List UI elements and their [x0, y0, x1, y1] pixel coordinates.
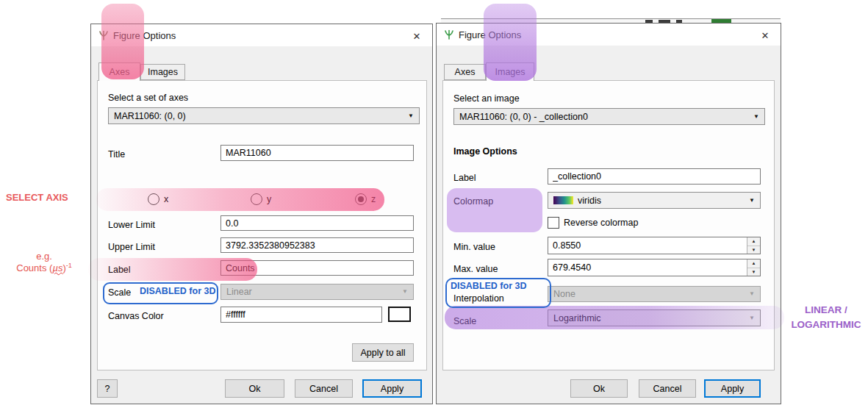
canvas-color-swatch[interactable] — [388, 307, 411, 322]
annotation-example-unit: µs — [52, 262, 62, 273]
chevron-down-icon: ▼ — [402, 288, 408, 295]
radio-y-label: y — [267, 194, 271, 204]
interpolation-value: None — [553, 289, 575, 299]
tab-axes[interactable]: Axes — [444, 64, 486, 80]
label-field-label: Label — [453, 173, 476, 183]
tab-label: Axes — [455, 67, 476, 77]
colormap-label: Colormap — [453, 196, 493, 207]
interpolation-label: Interpolation — [453, 293, 504, 304]
upper-limit-label: Upper Limit — [108, 242, 155, 252]
tab-images[interactable]: Images — [140, 64, 185, 80]
apply-button[interactable]: Apply — [704, 379, 761, 398]
scale-value: Linear — [226, 287, 252, 297]
apply-to-all-label: Apply to all — [360, 348, 405, 358]
colormap-dropdown[interactable]: viridis ▼ — [548, 192, 761, 209]
title-bar[interactable]: Figure Options ✕ — [91, 24, 432, 46]
viridis-colormap-swatch — [553, 196, 573, 204]
annotation-linear-line1: LINEAR / — [805, 304, 847, 315]
help-button[interactable]: ? — [97, 379, 118, 398]
annotation-example-close: ) — [62, 262, 65, 273]
select-axes-label: Select a set of axes — [108, 93, 188, 103]
chevron-down-icon: ▼ — [749, 197, 755, 204]
max-value-label: Max. value — [453, 264, 498, 274]
image-scale-label: Scale — [453, 316, 476, 326]
apply-button[interactable]: Apply — [362, 379, 422, 398]
ok-label: Ok — [249, 384, 261, 394]
matplotlib-icon — [443, 29, 455, 40]
apply-label: Apply — [381, 384, 403, 394]
radio-x-label: x — [164, 194, 168, 204]
canvas-color-label: Canvas Color — [108, 311, 164, 321]
canvas-color-input[interactable] — [220, 307, 382, 323]
title-field-label: Title — [108, 149, 125, 160]
close-icon[interactable]: ✕ — [409, 29, 424, 43]
reverse-colormap-label: Reverse colormap — [564, 218, 638, 228]
interpolation-dropdown: None ▼ — [548, 286, 761, 302]
lower-limit-label: Lower Limit — [108, 220, 155, 230]
close-icon[interactable]: ✕ — [758, 28, 772, 43]
scale-dropdown: Linear ▼ — [220, 284, 414, 300]
image-scale-dropdown[interactable]: Logarithmic ▼ — [548, 309, 761, 326]
chevron-down-icon: ▼ — [753, 113, 759, 120]
tab-label: Images — [495, 67, 526, 77]
image-select-value: MAR11060: (0, 0) - _collection0 — [459, 112, 588, 122]
min-value-spinner[interactable]: ▲ ▼ — [548, 237, 761, 254]
chevron-down-icon: ▼ — [408, 112, 414, 119]
tab-label: Axes — [110, 67, 130, 77]
axes-select-dropdown[interactable]: MAR11060: (0, 0) ▼ — [108, 107, 420, 124]
annotation-select-axis: SELECT AXIS — [6, 192, 68, 203]
image-select-dropdown[interactable]: MAR11060: (0, 0) - _collection0 ▼ — [453, 108, 765, 125]
figure-options-dialog-images: Figure Options ✕ Axes Images Select an i… — [436, 23, 781, 404]
cancel-button[interactable]: Cancel — [295, 379, 353, 398]
axis-label-label: Label — [108, 265, 131, 275]
reverse-colormap-checkbox[interactable] — [548, 217, 559, 229]
min-value-label: Min. value — [453, 242, 495, 252]
annotation-example-sup: -1 — [66, 262, 72, 269]
upper-limit-input[interactable] — [220, 237, 414, 253]
axis-label-input[interactable] — [220, 260, 414, 276]
max-value-spinner[interactable]: ▲ ▼ — [548, 259, 761, 276]
colormap-value: viridis — [578, 196, 601, 206]
ok-label: Ok — [593, 384, 605, 394]
radio-z-label: z — [371, 194, 376, 204]
chevron-down-icon: ▼ — [749, 315, 755, 321]
spin-down-icon[interactable]: ▼ — [747, 268, 760, 276]
chevron-down-icon: ▼ — [749, 290, 755, 297]
ok-button[interactable]: Ok — [225, 379, 284, 398]
annotation-example-prefix: Counts ( — [16, 262, 52, 273]
select-image-label: Select an image — [453, 93, 520, 104]
title-input[interactable] — [220, 145, 414, 161]
cancel-button[interactable]: Cancel — [639, 379, 696, 398]
spin-up-icon[interactable]: ▲ — [747, 237, 760, 246]
spin-up-icon[interactable]: ▲ — [747, 259, 760, 268]
lower-limit-input[interactable] — [220, 215, 414, 231]
annotation-linear-logarithmic: LINEAR / LOGARITHMIC — [785, 303, 867, 332]
spin-down-icon[interactable]: ▼ — [747, 246, 760, 254]
apply-label: Apply — [721, 384, 744, 394]
ok-button[interactable]: Ok — [570, 379, 628, 398]
cancel-label: Cancel — [309, 384, 338, 394]
help-label: ? — [105, 384, 110, 394]
max-value-input[interactable] — [548, 259, 747, 276]
annotation-linear-line2: LOGARITHMIC — [791, 319, 861, 330]
tab-axes[interactable]: Axes — [98, 62, 140, 81]
label-input[interactable] — [548, 168, 761, 185]
radio-z[interactable] — [355, 193, 367, 205]
figure-options-dialog-axes: Figure Options ✕ Axes Images Select a se… — [90, 24, 433, 404]
axes-select-value: MAR11060: (0, 0) — [114, 111, 186, 121]
radio-y[interactable] — [251, 193, 262, 205]
annotation-label-example: e.g. Counts (µs)-1 — [3, 251, 85, 273]
image-scale-value: Logarithmic — [553, 313, 601, 323]
dialog-title: Figure Options — [113, 30, 176, 41]
min-value-input[interactable] — [548, 237, 747, 254]
apply-to-all-button[interactable]: Apply to all — [352, 343, 414, 362]
tab-label: Images — [148, 67, 178, 77]
tab-images[interactable]: Images — [486, 62, 534, 81]
annotation-example-line1: e.g. — [36, 251, 52, 262]
title-bar[interactable]: Figure Options ✕ — [437, 24, 781, 46]
scale-label: Scale — [108, 287, 131, 298]
image-options-heading: Image Options — [453, 146, 517, 157]
radio-x[interactable] — [148, 193, 159, 205]
cancel-label: Cancel — [653, 384, 682, 394]
dialog-title: Figure Options — [459, 29, 521, 40]
